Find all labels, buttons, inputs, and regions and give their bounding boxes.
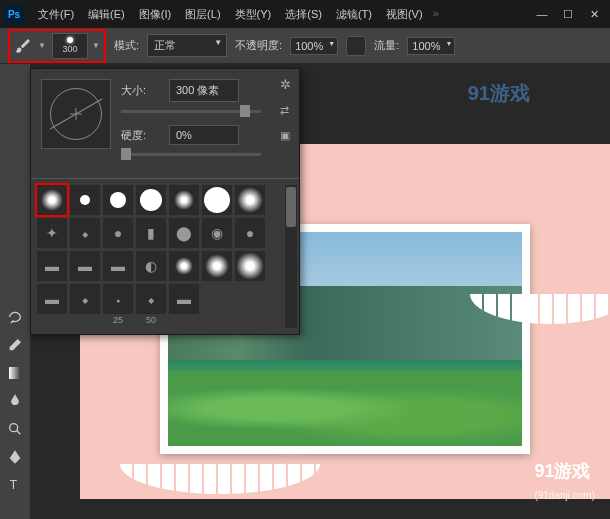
- flow-input[interactable]: 100%: [407, 37, 455, 55]
- gradient-tool-icon[interactable]: [3, 361, 27, 385]
- flip-icon[interactable]: ⇄: [280, 104, 291, 117]
- brush-preset[interactable]: ▬: [37, 251, 67, 281]
- flow-label: 流量:: [374, 38, 399, 53]
- panel-top: 大小: 300 像素 硬度: 0%: [31, 69, 299, 178]
- watermark-url: (91danji.com): [534, 490, 595, 501]
- opacity-input[interactable]: 100%: [290, 37, 338, 55]
- brush-preset[interactable]: ▬: [169, 284, 199, 314]
- brush-preset[interactable]: ◉: [202, 218, 232, 248]
- opacity-label: 不透明度:: [235, 38, 282, 53]
- opacity-pressure-icon[interactable]: [346, 36, 366, 56]
- pen-tool-icon[interactable]: [3, 445, 27, 469]
- dodge-tool-icon[interactable]: [3, 417, 27, 441]
- brush-preset-soft[interactable]: [235, 251, 265, 281]
- close-button[interactable]: ✕: [582, 5, 606, 23]
- brush-preset[interactable]: ✦: [37, 218, 67, 248]
- svg-text:T: T: [10, 478, 18, 492]
- blend-mode-select[interactable]: 正常: [147, 34, 227, 57]
- scroll-thumb[interactable]: [286, 187, 296, 227]
- brush-preset[interactable]: ▬: [103, 251, 133, 281]
- brush-preset-soft[interactable]: [37, 185, 67, 215]
- brush-preset[interactable]: ▬: [37, 284, 67, 314]
- size-label: 大小:: [121, 83, 161, 98]
- brush-preset[interactable]: ●: [235, 218, 265, 248]
- gear-icon[interactable]: ✲: [280, 77, 291, 92]
- watermark-top: 91游戏: [468, 80, 530, 107]
- brush-preset[interactable]: ⬥: [70, 218, 100, 248]
- hardness-input[interactable]: 0%: [169, 125, 239, 145]
- brush-dropdown-arrow[interactable]: ▼: [38, 41, 48, 50]
- brush-preset-panel: ✲ ⇄ ▣ 大小: 300 像素 硬度: 0%: [30, 68, 300, 335]
- brush-tool-icon[interactable]: [12, 35, 34, 57]
- eraser-tool-icon[interactable]: [3, 333, 27, 357]
- maximize-button[interactable]: ☐: [556, 5, 580, 23]
- minimize-button[interactable]: —: [530, 5, 554, 23]
- brush-preset-soft[interactable]: [169, 251, 199, 281]
- new-preset-icon[interactable]: ▣: [280, 129, 291, 142]
- brush-preset-soft[interactable]: [235, 185, 265, 215]
- crosshair-icon: [72, 110, 80, 118]
- svg-rect-0: [9, 367, 21, 379]
- blur-tool-icon[interactable]: [3, 389, 27, 413]
- preset-size-label: 50: [146, 315, 156, 325]
- preset-size-label: 25: [113, 315, 123, 325]
- menu-type[interactable]: 类型(Y): [229, 3, 278, 26]
- brush-preset[interactable]: ●: [103, 218, 133, 248]
- size-input[interactable]: 300 像素: [169, 79, 239, 102]
- brush-size-number: 300: [62, 44, 77, 54]
- brush-presets-grid: ✦ ⬥ ● ▮ ⬤ ◉ ● ▬ ▬ ▬ ◐ ▬ ⬥ ⬩25 ⬥50 ▬: [31, 178, 299, 334]
- hardness-label: 硬度:: [121, 128, 161, 143]
- panel-menu-icons: ✲ ⇄ ▣: [280, 77, 291, 142]
- brush-preset[interactable]: ⬤: [169, 218, 199, 248]
- menu-view[interactable]: 视图(V): [380, 3, 429, 26]
- tools-panel: T: [0, 64, 30, 519]
- watermark-bottom: 91游戏 (91danji.com): [534, 459, 595, 504]
- brush-preset[interactable]: ▮: [136, 218, 166, 248]
- brush-angle-control[interactable]: [41, 79, 111, 149]
- brush-preset[interactable]: ⬥50: [136, 284, 166, 314]
- preset-dropdown-arrow[interactable]: ▼: [92, 41, 102, 50]
- window-controls: — ☐ ✕: [530, 5, 606, 23]
- menu-edit[interactable]: 编辑(E): [82, 3, 131, 26]
- brush-preset-hard[interactable]: [70, 185, 100, 215]
- lasso-tool-icon[interactable]: [3, 305, 27, 329]
- brush-preset-soft[interactable]: [169, 185, 199, 215]
- menu-file[interactable]: 文件(F): [32, 3, 80, 26]
- panel-controls: 大小: 300 像素 硬度: 0%: [121, 79, 289, 168]
- brush-preset-picker[interactable]: 300: [52, 33, 88, 59]
- menu-filter[interactable]: 滤镜(T): [330, 3, 378, 26]
- preset-scrollbar[interactable]: [285, 185, 297, 328]
- watermark-main: 91游戏: [534, 461, 590, 481]
- brush-preset-hard[interactable]: [103, 185, 133, 215]
- brush-preset[interactable]: ◐: [136, 251, 166, 281]
- titlebar: Ps 文件(F) 编辑(E) 图像(I) 图层(L) 类型(Y) 选择(S) 滤…: [0, 0, 610, 28]
- app-logo: Ps: [4, 4, 24, 24]
- brush-preset[interactable]: ⬩25: [103, 284, 133, 314]
- menu-layer[interactable]: 图层(L): [179, 3, 226, 26]
- brush-preset-hard[interactable]: [202, 185, 232, 215]
- brush-preset[interactable]: ⬥: [70, 284, 100, 314]
- options-bar: ▼ 300 ▼ 模式: 正常 不透明度: 100% 流量: 100%: [0, 28, 610, 64]
- size-slider[interactable]: [121, 110, 261, 113]
- mode-label: 模式:: [114, 38, 139, 53]
- hardness-slider[interactable]: [121, 153, 261, 156]
- main-menu: 文件(F) 编辑(E) 图像(I) 图层(L) 类型(Y) 选择(S) 滤镜(T…: [32, 3, 530, 26]
- menu-image[interactable]: 图像(I): [133, 3, 177, 26]
- type-tool-icon[interactable]: T: [3, 473, 27, 497]
- brush-preset-hard[interactable]: [136, 185, 166, 215]
- brush-preview-dot: [67, 37, 73, 43]
- highlighted-brush-controls: ▼ 300 ▼: [8, 29, 106, 63]
- menu-select[interactable]: 选择(S): [279, 3, 328, 26]
- menu-overflow[interactable]: »: [431, 3, 441, 26]
- brush-preset-soft[interactable]: [202, 251, 232, 281]
- brush-preset[interactable]: ▬: [70, 251, 100, 281]
